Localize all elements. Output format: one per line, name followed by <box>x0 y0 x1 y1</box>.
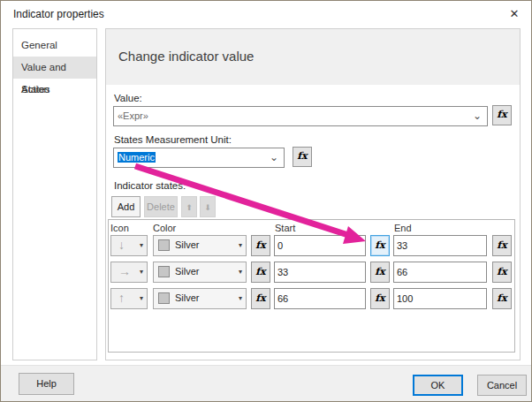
measurement-unit-label: States Measurement Unit: <box>114 134 232 145</box>
arrow-up-icon: ↑ <box>118 291 125 305</box>
color-fx-button[interactable]: fx <box>251 235 270 256</box>
color-swatch <box>158 239 170 251</box>
start-fx-button[interactable]: fx <box>370 288 390 309</box>
end-input[interactable] <box>393 288 487 309</box>
measurement-unit-combobox-text: Numeric <box>118 152 156 163</box>
fx-icon: fx <box>375 292 384 304</box>
dropdown-arrow-icon: ▾ <box>140 268 143 276</box>
ok-button[interactable]: OK <box>413 375 463 396</box>
table-row: ↓ ▾ Silver ▾ fx fx fx <box>1 235 531 256</box>
dialog-title: Indicator properties <box>13 8 104 20</box>
column-header-start: Start <box>275 223 295 233</box>
color-swatch <box>158 292 170 304</box>
close-icon: ✕ <box>510 7 520 20</box>
color-name: Silver <box>175 239 200 250</box>
end-fx-button[interactable]: fx <box>492 288 512 309</box>
fx-icon: fx <box>297 150 307 162</box>
indicator-states-label: Indicator states: <box>114 180 186 191</box>
dropdown-arrow-icon: ▾ <box>140 294 143 302</box>
add-button[interactable]: Add <box>111 196 141 217</box>
dropdown-arrow-icon: ▾ <box>239 294 242 302</box>
start-fx-button[interactable]: fx <box>370 235 390 256</box>
icon-combobox[interactable]: ↑ ▾ <box>110 288 148 309</box>
value-label: Value: <box>114 93 142 103</box>
measurement-unit-combobox[interactable]: Numeric ⌄ <box>113 148 285 168</box>
color-swatch <box>158 266 170 277</box>
table-row: → ▾ Silver ▾ fx fx fx <box>1 262 531 283</box>
sidebar-item-action[interactable]: Action <box>13 79 96 101</box>
sidebar: General Value and States Action <box>12 28 97 360</box>
end-input[interactable] <box>393 262 487 283</box>
column-header-color: Color <box>153 223 176 233</box>
arrow-right-icon: → <box>118 264 131 278</box>
chevron-down-icon: ⌄ <box>473 107 482 125</box>
column-header-icon: Icon <box>110 223 129 233</box>
start-fx-button[interactable]: fx <box>370 262 390 283</box>
panel-header-band: Change indicator value <box>106 29 520 85</box>
color-combobox[interactable]: Silver ▾ <box>153 235 247 256</box>
move-up-button[interactable]: ⬆ <box>181 196 197 217</box>
dropdown-arrow-icon: ▾ <box>239 268 242 276</box>
value-combobox-text: «Expr» <box>118 107 148 125</box>
cancel-button[interactable]: Cancel <box>477 375 527 396</box>
sidebar-item-general[interactable]: General <box>13 34 96 57</box>
color-combobox[interactable]: Silver ▾ <box>153 262 247 283</box>
start-input[interactable] <box>274 288 366 309</box>
help-button[interactable]: Help <box>19 373 74 395</box>
value-fx-button[interactable]: fx <box>492 105 512 125</box>
move-down-button[interactable]: ⬇ <box>200 196 216 217</box>
color-name: Silver <box>175 292 200 303</box>
move-down-icon: ⬇ <box>204 203 211 212</box>
color-fx-button[interactable]: fx <box>251 288 270 309</box>
indicator-properties-dialog: Indicator properties ✕ General Value and… <box>0 0 532 402</box>
dropdown-arrow-icon: ▾ <box>239 241 242 249</box>
fx-icon: fx <box>255 266 265 277</box>
delete-button[interactable]: Delete <box>144 196 178 217</box>
sidebar-item-value-and-states[interactable]: Value and States <box>13 57 96 79</box>
color-name: Silver <box>175 266 200 277</box>
end-input[interactable] <box>393 235 487 256</box>
start-input[interactable] <box>274 235 366 256</box>
page-title: Change indicator value <box>118 49 254 64</box>
end-fx-button[interactable]: fx <box>492 235 512 256</box>
column-header-end: End <box>394 223 412 233</box>
value-combobox[interactable]: «Expr» ⌄ <box>113 106 488 126</box>
dropdown-arrow-icon: ▾ <box>140 241 143 249</box>
fx-icon: fx <box>497 292 506 304</box>
fx-icon: fx <box>375 266 384 277</box>
arrow-down-icon: ↓ <box>118 238 125 252</box>
color-fx-button[interactable]: fx <box>251 262 270 283</box>
measurement-unit-fx-button[interactable]: fx <box>293 147 312 167</box>
fx-icon: fx <box>255 239 265 251</box>
end-fx-button[interactable]: fx <box>492 262 512 283</box>
icon-combobox[interactable]: ↓ ▾ <box>110 235 148 256</box>
fx-icon: fx <box>255 292 265 304</box>
title-bar: Indicator properties ✕ <box>1 1 531 27</box>
close-button[interactable]: ✕ <box>503 4 526 25</box>
footer-bar: Help OK Cancel <box>1 365 531 402</box>
move-up-icon: ⬆ <box>186 203 193 212</box>
fx-icon: fx <box>497 266 506 277</box>
fx-icon: fx <box>497 239 506 251</box>
fx-icon: fx <box>497 109 506 120</box>
chevron-down-icon: ⌄ <box>270 148 278 166</box>
start-input[interactable] <box>274 262 366 283</box>
color-combobox[interactable]: Silver ▾ <box>153 288 247 309</box>
icon-combobox[interactable]: → ▾ <box>110 262 148 283</box>
fx-icon: fx <box>375 239 384 251</box>
table-row: ↑ ▾ Silver ▾ fx fx fx <box>1 288 531 309</box>
